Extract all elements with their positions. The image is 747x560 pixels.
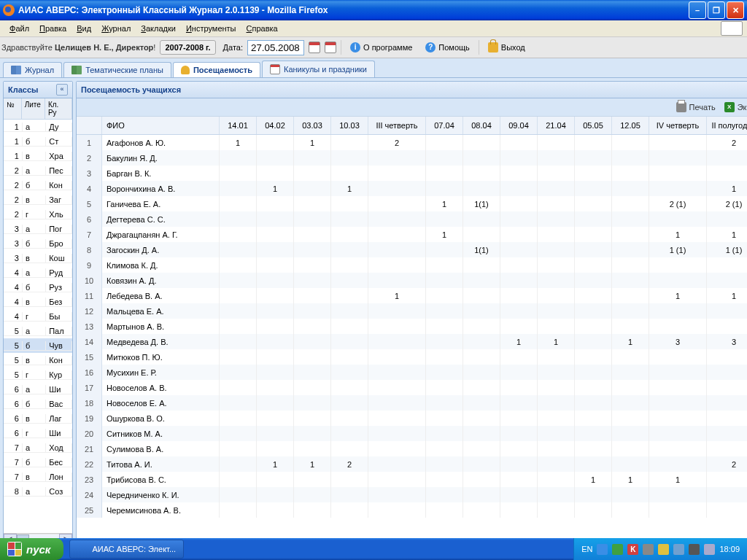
class-row[interactable]: 6бВас xyxy=(4,397,72,411)
student-row[interactable]: 16Мусихин Е. Р. xyxy=(77,365,747,380)
col-ruk[interactable]: Кл. Ру xyxy=(45,98,72,119)
student-row[interactable]: 18Новоселов Е. А. xyxy=(77,395,747,411)
date-input[interactable] xyxy=(247,40,304,55)
student-row[interactable]: 12Мальцева Е. А. xyxy=(77,303,747,319)
student-row[interactable]: 23Трибисова В. С.111 xyxy=(77,472,747,487)
class-row[interactable]: 1вХра xyxy=(4,149,72,163)
menu-bookmarks[interactable]: Закладки xyxy=(136,23,181,34)
col-12-05[interactable]: 12.05 xyxy=(612,117,649,134)
close-button[interactable]: ✕ xyxy=(727,1,744,19)
collapse-left-button[interactable]: « xyxy=(56,84,68,96)
col-no[interactable]: № xyxy=(4,98,22,119)
col-h2[interactable]: II полугодие xyxy=(707,117,747,134)
about-button[interactable]: iО программе xyxy=(346,41,417,54)
student-row[interactable]: 14Медведева Д. В.11133 xyxy=(77,334,747,349)
class-row[interactable]: 7бБес xyxy=(4,455,72,470)
student-row[interactable]: 3Барган В. К. xyxy=(77,166,747,181)
col-09-04[interactable]: 09.04 xyxy=(500,117,538,134)
class-row[interactable]: 5бЧув xyxy=(4,338,72,353)
calendar-icon[interactable] xyxy=(309,42,320,53)
school-year[interactable]: 2007-2008 г. xyxy=(160,40,215,55)
tray-monitor-icon[interactable] xyxy=(673,544,684,555)
col-03-03[interactable]: 03.03 xyxy=(294,117,331,134)
menu-view[interactable]: Вид xyxy=(71,23,96,34)
class-row[interactable]: 5аПал xyxy=(4,324,72,338)
language-indicator[interactable]: EN xyxy=(581,545,592,553)
maximize-button[interactable]: ❐ xyxy=(708,1,725,19)
col-04-02[interactable]: 04.02 xyxy=(257,117,294,134)
tab-holidays[interactable]: Каникулы и праздники xyxy=(262,61,375,77)
col-q4[interactable]: IV четверть xyxy=(649,117,707,134)
exit-button[interactable]: Выход xyxy=(484,41,530,54)
clock[interactable]: 18:09 xyxy=(719,545,740,553)
class-row[interactable]: 3вКош xyxy=(4,251,72,265)
col-21-04[interactable]: 21.04 xyxy=(538,117,575,134)
taskbar-item-firefox[interactable]: АИАС АВЕРС: Элект... xyxy=(69,540,184,559)
col-q3[interactable]: III четверть xyxy=(368,117,426,134)
tray-misc-icon[interactable] xyxy=(704,544,715,555)
tray-network-icon[interactable] xyxy=(643,544,654,555)
class-row[interactable]: 6вЛаг xyxy=(4,411,72,426)
student-row[interactable]: 24Чередниченко К. И. xyxy=(77,487,747,502)
student-row[interactable]: 21Сулимова В. А. xyxy=(77,441,747,456)
class-row[interactable]: 6аШи xyxy=(4,382,72,397)
student-row[interactable]: 4Ворончихина А. В.111 xyxy=(77,181,747,196)
student-row[interactable]: 25Черемисинова А. В. xyxy=(77,502,747,518)
col-10-03[interactable]: 10.03 xyxy=(331,117,368,134)
export-button[interactable]: XЭкспорт xyxy=(724,102,747,112)
student-row[interactable]: 7Джрагацпанян А. Г.111 xyxy=(77,227,747,242)
col-fio[interactable]: ФИО xyxy=(102,117,220,134)
print-button[interactable]: Печать xyxy=(676,102,716,112)
student-row[interactable]: 13Мартынов А. В. xyxy=(77,319,747,334)
tab-attendance[interactable]: Посещаемость xyxy=(173,62,260,77)
class-row[interactable]: 7вЛон xyxy=(4,470,72,484)
student-row[interactable]: 22Титова А. И.1122 xyxy=(77,456,747,472)
menu-tools[interactable]: Инструменты xyxy=(181,23,241,34)
tray-msn-icon[interactable] xyxy=(597,544,608,555)
col-14-01[interactable]: 14.01 xyxy=(220,117,257,134)
menu-journal[interactable]: Журнал xyxy=(96,23,136,34)
class-row[interactable]: 4бРуз xyxy=(4,280,72,295)
class-row[interactable]: 8аСоз xyxy=(4,484,72,499)
tab-journal[interactable]: Журнал xyxy=(3,62,62,77)
class-row[interactable]: 7аХод xyxy=(4,440,72,455)
class-row[interactable]: 4вБез xyxy=(4,295,72,309)
class-row[interactable]: 1аДу xyxy=(4,120,72,134)
tray-shield-icon[interactable] xyxy=(612,544,623,555)
class-row[interactable]: 3аПог xyxy=(4,222,72,236)
col-05-05[interactable]: 05.05 xyxy=(575,117,612,134)
student-row[interactable]: 11Лебедева В. А.111 xyxy=(77,288,747,303)
student-row[interactable]: 1Агафонов А. Ю.1122 xyxy=(77,135,747,150)
tray-sound-icon[interactable] xyxy=(689,544,700,555)
tray-volume-icon[interactable] xyxy=(658,544,669,555)
student-row[interactable]: 9Климова К. Д. xyxy=(77,257,747,273)
col-litera[interactable]: Лите xyxy=(22,98,45,119)
classes-list[interactable]: 1аДу1бСт1вХра2аПес2бКон2вЗаг2гХль3аПог3б… xyxy=(4,120,72,533)
menu-edit[interactable]: Правка xyxy=(34,23,71,34)
tab-plans[interactable]: Тематические планы xyxy=(63,62,171,77)
student-row[interactable]: 8Загоскин Д. А.1(1)1 (1)1 (1) xyxy=(77,242,747,257)
class-row[interactable]: 5вКон xyxy=(4,353,72,368)
class-row[interactable]: 2аПес xyxy=(4,163,72,178)
menu-file[interactable]: Файл xyxy=(4,23,34,34)
student-row[interactable]: 10Ковязин А. Д. xyxy=(77,273,747,288)
student-row[interactable]: 5Ганичева Е. А.11(1)2 (1)2 (1) xyxy=(77,196,747,211)
student-row[interactable]: 6Дегтерева С. С. xyxy=(77,211,747,227)
calendar-alt-icon[interactable] xyxy=(325,42,336,53)
class-row[interactable]: 4гБы xyxy=(4,309,72,324)
student-row[interactable]: 20Ситников М. А. xyxy=(77,426,747,441)
student-row[interactable]: 15Митюков П. Ю. xyxy=(77,349,747,365)
student-row[interactable]: 2Бакулин Я. Д. xyxy=(77,150,747,166)
minimize-button[interactable]: – xyxy=(689,1,706,19)
start-button[interactable]: пуск xyxy=(0,538,63,560)
class-row[interactable]: 2бКон xyxy=(4,178,72,192)
student-row[interactable]: 19Ошуркова В. О. xyxy=(77,411,747,426)
class-row[interactable]: 2вЗаг xyxy=(4,192,72,207)
class-row[interactable]: 4аРуд xyxy=(4,265,72,280)
menu-help[interactable]: Справка xyxy=(241,23,283,34)
tray-kaspersky-icon[interactable]: K xyxy=(627,544,638,555)
col-08-04[interactable]: 08.04 xyxy=(463,117,500,134)
col-07-04[interactable]: 07.04 xyxy=(426,117,463,134)
student-row[interactable]: 17Новоселов А. В. xyxy=(77,380,747,395)
class-row[interactable]: 5гКур xyxy=(4,368,72,382)
